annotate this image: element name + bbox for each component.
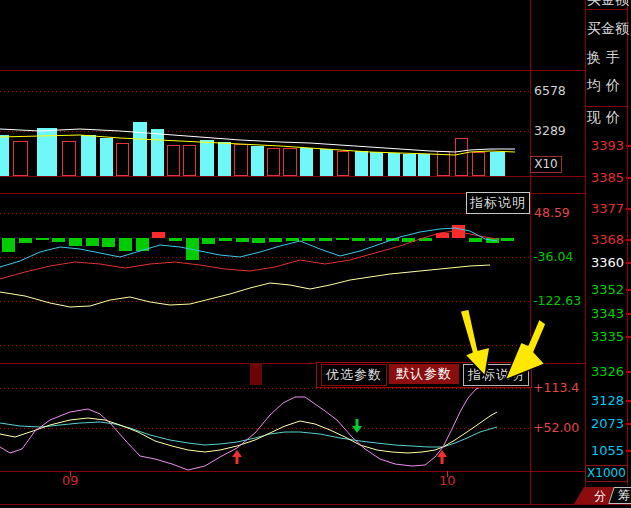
default-params-button[interactable]: 默认参数 bbox=[389, 364, 459, 384]
sidebar-field-buy-amount: 买金额 bbox=[587, 20, 629, 37]
volume-scale-lower: 3289 bbox=[534, 124, 566, 138]
sidebar-field-avg-price: 均价 bbox=[587, 77, 625, 94]
kdj-button-bar: 优选参数 默认参数 指标说明 bbox=[316, 362, 532, 388]
price-level: 3128 bbox=[586, 394, 624, 408]
price-level: 3335 bbox=[586, 330, 624, 344]
sidebar-unit-label: X1000 bbox=[585, 465, 628, 482]
price-level: 3352 bbox=[586, 283, 624, 297]
macd-histogram bbox=[2, 225, 514, 260]
price-level: 3385 bbox=[586, 171, 624, 185]
macd-scale-mid: -36.04 bbox=[533, 250, 573, 264]
kdj-scale-upper: +113.4 bbox=[533, 381, 579, 395]
indicator-help-button[interactable]: 指标说明 bbox=[463, 364, 529, 386]
macd-indicator-help-button[interactable]: 指标说明 bbox=[466, 192, 530, 214]
partial-button bbox=[250, 363, 262, 385]
macd-scale-lower: -122.63 bbox=[533, 294, 581, 308]
kdj-scale-lower: +52.00 bbox=[533, 421, 579, 435]
tab-minute[interactable]: 分 bbox=[590, 488, 610, 505]
preferred-params-button[interactable]: 优选参数 bbox=[321, 364, 387, 386]
trading-app-window: 6578 3289 X10 48.59 -36.04 -122.63 +113.… bbox=[0, 0, 631, 508]
volume-bars bbox=[0, 122, 505, 176]
kdj-signal-arrows bbox=[232, 419, 447, 464]
price-level: 2073 bbox=[586, 417, 624, 431]
sidebar-field-turnover: 换手 bbox=[587, 49, 625, 66]
price-level: 3368 bbox=[586, 233, 624, 247]
time-label-09: 09 bbox=[62, 473, 79, 488]
volume-scale-upper: 6578 bbox=[534, 84, 566, 98]
sidebar-field-buy-amount-cut: 买金额 bbox=[587, 0, 629, 8]
price-level: 3326 bbox=[586, 365, 624, 379]
tab-chip[interactable]: 筹 bbox=[608, 487, 631, 504]
price-level: 3377 bbox=[586, 202, 624, 216]
time-label-10: 10 bbox=[439, 473, 456, 488]
price-level: 3393 bbox=[586, 139, 624, 153]
sidebar-field-current-price: 现价 bbox=[587, 109, 625, 126]
price-level: 3360 bbox=[586, 256, 624, 270]
price-level: 3343 bbox=[586, 307, 624, 321]
price-level: 1055 bbox=[586, 444, 624, 458]
volume-unit-label: X10 bbox=[530, 156, 562, 173]
macd-scale-upper: 48.59 bbox=[534, 206, 570, 220]
tab-chip-label: 筹 bbox=[612, 488, 631, 503]
